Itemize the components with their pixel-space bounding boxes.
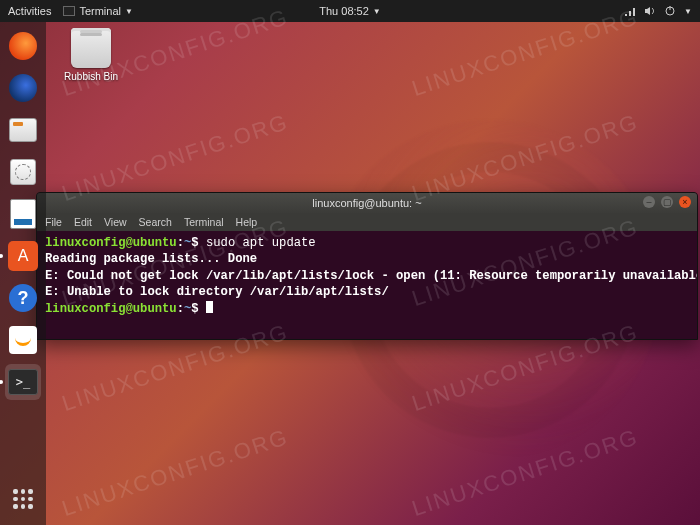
dock-terminal[interactable]: >_	[5, 364, 41, 400]
files-icon	[9, 118, 37, 142]
menu-terminal[interactable]: Terminal	[184, 216, 224, 228]
amazon-icon	[9, 326, 37, 354]
app-menu[interactable]: Terminal ▼	[63, 5, 133, 17]
command-1: sudo apt update	[206, 236, 316, 250]
activities-button[interactable]: Activities	[8, 5, 51, 17]
apps-grid-icon	[13, 489, 33, 509]
dock-firefox[interactable]	[5, 28, 41, 64]
terminal-menubar: File Edit View Search Terminal Help	[37, 213, 697, 231]
dock-software[interactable]: A	[5, 238, 41, 274]
show-applications-button[interactable]	[5, 481, 41, 517]
clock-label: Thu 08:52	[319, 5, 369, 17]
dock-writer[interactable]	[5, 196, 41, 232]
output-line: E: Could not get lock /var/lib/apt/lists…	[45, 269, 697, 283]
desktop-trash[interactable]: Rubbish Bin	[60, 28, 122, 82]
clock[interactable]: Thu 08:52 ▼	[319, 5, 380, 17]
prompt-user: linuxconfig@ubuntu	[45, 236, 177, 250]
libreoffice-writer-icon	[10, 199, 36, 229]
dock-files[interactable]	[5, 112, 41, 148]
chevron-down-icon: ▼	[684, 7, 692, 16]
ubuntu-software-icon: A	[8, 241, 38, 271]
trash-icon	[71, 28, 111, 68]
menu-help[interactable]: Help	[236, 216, 258, 228]
app-menu-label: Terminal	[79, 5, 121, 17]
chevron-down-icon: ▼	[125, 7, 133, 16]
help-icon: ?	[9, 284, 37, 312]
dock-amazon[interactable]	[5, 322, 41, 358]
top-panel: Activities Terminal ▼ Thu 08:52 ▼ ▼	[0, 0, 700, 22]
chevron-down-icon: ▼	[373, 7, 381, 16]
output-line: E: Unable to lock directory /var/lib/apt…	[45, 285, 389, 299]
rhythmbox-icon	[10, 159, 36, 185]
minimize-button[interactable]: –	[643, 196, 655, 208]
terminal-title: linuxconfig@ubuntu: ~	[312, 197, 421, 209]
output-line: Reading package lists... Done	[45, 252, 257, 266]
dock-help[interactable]: ?	[5, 280, 41, 316]
dock-rhythmbox[interactable]	[5, 154, 41, 190]
close-button[interactable]: ×	[679, 196, 691, 208]
network-icon	[624, 5, 636, 17]
terminal-icon	[63, 6, 75, 16]
system-tray[interactable]: ▼	[624, 5, 692, 17]
menu-edit[interactable]: Edit	[74, 216, 92, 228]
desktop-trash-label: Rubbish Bin	[60, 71, 122, 82]
terminal-window: linuxconfig@ubuntu: ~ – ▢ × File Edit Vi…	[36, 192, 698, 340]
power-icon	[664, 5, 676, 17]
terminal-titlebar[interactable]: linuxconfig@ubuntu: ~ – ▢ ×	[37, 193, 697, 213]
menu-file[interactable]: File	[45, 216, 62, 228]
terminal-icon: >_	[8, 369, 38, 395]
terminal-body[interactable]: linuxconfig@ubuntu:~$ sudo apt update Re…	[37, 231, 697, 339]
dock: A ? >_	[0, 22, 46, 525]
cursor	[206, 301, 213, 313]
thunderbird-icon	[9, 74, 37, 102]
volume-icon	[644, 5, 656, 17]
menu-view[interactable]: View	[104, 216, 127, 228]
prompt-symbol: $	[191, 302, 198, 316]
prompt-symbol: $	[191, 236, 198, 250]
prompt-user: linuxconfig@ubuntu	[45, 302, 177, 316]
maximize-button[interactable]: ▢	[661, 196, 673, 208]
menu-search[interactable]: Search	[139, 216, 172, 228]
firefox-icon	[9, 32, 37, 60]
dock-thunderbird[interactable]	[5, 70, 41, 106]
